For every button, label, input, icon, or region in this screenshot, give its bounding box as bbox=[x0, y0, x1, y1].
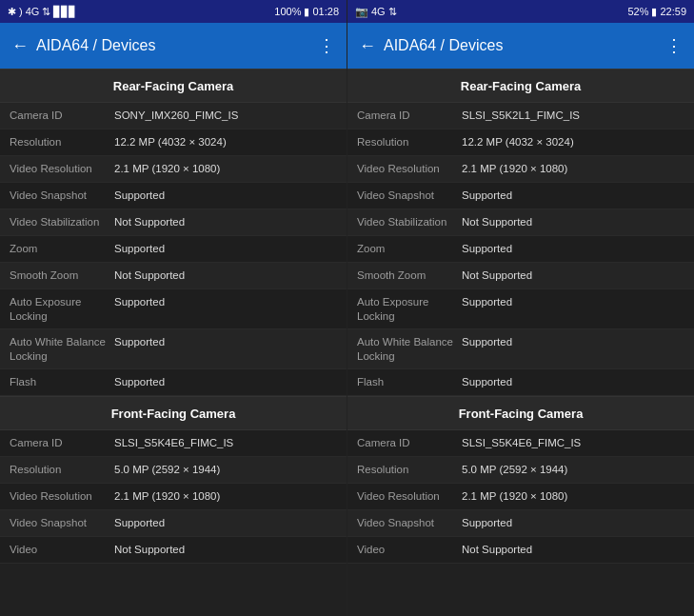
table-row: Video Resolution2.1 MP (1920 × 1080) bbox=[0, 156, 347, 183]
table-row: Video SnapshotSupported bbox=[0, 183, 347, 209]
data-arrows: ⇅ bbox=[42, 6, 50, 18]
status-bar-left: 📷 4G ⇅ bbox=[355, 6, 397, 18]
table-row: Resolution5.0 MP (2592 × 1944) bbox=[0, 457, 347, 484]
table-row: Video Resolution2.1 MP (1920 × 1080) bbox=[347, 156, 694, 183]
phone-left: ✱ ) 4G ⇅ ▊▊▊100% ▮ 01:28 ← AIDA64 / Devi… bbox=[0, 0, 347, 616]
time: 01:28 bbox=[312, 6, 339, 17]
table-row: Camera IDSONY_IMX260_FIMC_IS bbox=[0, 103, 347, 129]
row-value: SLSI_S5K2L1_FIMC_IS bbox=[462, 108, 684, 123]
row-value: Supported bbox=[114, 294, 337, 309]
back-button[interactable]: ← bbox=[11, 36, 29, 56]
row-label: Zoom bbox=[357, 241, 462, 256]
row-label: Video Resolution bbox=[357, 161, 462, 176]
row-label: Resolution bbox=[357, 462, 462, 477]
row-value: Supported bbox=[114, 374, 337, 389]
headset-icon: ) bbox=[19, 6, 23, 17]
row-value: Supported bbox=[462, 515, 684, 530]
row-value: Supported bbox=[462, 188, 684, 203]
table-row: Video StabilizationNot Supported bbox=[0, 209, 347, 236]
back-button[interactable]: ← bbox=[359, 36, 376, 56]
row-value: 2.1 MP (1920 × 1080) bbox=[462, 488, 684, 504]
table-row: Camera IDSLSI_S5K4E6_FIMC_IS bbox=[347, 430, 694, 457]
row-label: Resolution bbox=[10, 134, 114, 149]
signal-icon: ▊▊▊ bbox=[53, 6, 76, 18]
table-row: Video SnapshotSupported bbox=[347, 510, 694, 537]
row-label: Resolution bbox=[357, 134, 462, 149]
status-bar-left: ✱ ) 4G ⇅ ▊▊▊ bbox=[8, 6, 76, 18]
table-row: Smooth ZoomNot Supported bbox=[347, 263, 694, 289]
row-label: Video Resolution bbox=[10, 488, 114, 504]
row-label: Smooth Zoom bbox=[10, 268, 114, 283]
row-label: Video Stabilization bbox=[357, 214, 462, 229]
table-row: Video Resolution2.1 MP (1920 × 1080) bbox=[0, 484, 347, 510]
row-label: Auto Exposure Locking bbox=[357, 294, 462, 324]
app-bar-title: AIDA64 / Devices bbox=[384, 37, 658, 54]
table-row: VideoNot Supported bbox=[347, 537, 694, 564]
row-value: 12.2 MP (4032 × 3024) bbox=[114, 134, 337, 149]
row-value: Supported bbox=[462, 241, 684, 256]
row-value: 12.2 MP (4032 × 3024) bbox=[462, 134, 684, 149]
menu-button[interactable]: ⋮ bbox=[665, 35, 683, 56]
row-label: Video Snapshot bbox=[10, 515, 114, 530]
row-value: Not Supported bbox=[462, 542, 684, 557]
row-value: SLSI_S5K4E6_FIMC_IS bbox=[462, 435, 684, 450]
row-value: Supported bbox=[462, 374, 684, 389]
row-label: Video Stabilization bbox=[10, 214, 114, 229]
row-label: Auto White Balance Locking bbox=[10, 334, 114, 364]
row-label: Video Snapshot bbox=[357, 188, 462, 203]
table-row: Resolution5.0 MP (2592 × 1944) bbox=[347, 457, 694, 484]
row-label: Smooth Zoom bbox=[357, 268, 462, 283]
row-value: 5.0 MP (2592 × 1944) bbox=[462, 462, 684, 477]
table-row: Camera IDSLSI_S5K2L1_FIMC_IS bbox=[347, 103, 694, 129]
table-row: Auto White Balance LockingSupported bbox=[347, 329, 694, 369]
row-value: 2.1 MP (1920 × 1080) bbox=[114, 488, 337, 504]
row-label: Video bbox=[10, 542, 114, 557]
app-bar: ← AIDA64 / Devices ⋮ bbox=[0, 23, 347, 69]
row-label: Flash bbox=[357, 374, 462, 389]
status-bar-right: 100% ▮ 01:28 bbox=[274, 6, 339, 18]
section-header-front-camera-right: Front-Facing Camera bbox=[347, 396, 694, 430]
row-value: 5.0 MP (2592 × 1944) bbox=[114, 462, 337, 477]
row-value: Supported bbox=[462, 294, 684, 309]
table-row: Auto White Balance LockingSupported bbox=[0, 329, 347, 369]
status-bar: ✱ ) 4G ⇅ ▊▊▊100% ▮ 01:28 bbox=[0, 0, 347, 23]
data-arrows: ⇅ bbox=[388, 6, 397, 18]
row-value: Not Supported bbox=[114, 268, 337, 283]
table-row: Video SnapshotSupported bbox=[0, 510, 347, 537]
table-row: Video StabilizationNot Supported bbox=[347, 209, 694, 236]
battery-icon: ▮ bbox=[304, 6, 309, 18]
row-label: Video Snapshot bbox=[357, 515, 462, 530]
section-header-rear-camera-left: Rear-Facing Camera bbox=[0, 69, 347, 103]
bluetooth-icon: ✱ bbox=[8, 6, 16, 18]
section-title: Front-Facing Camera bbox=[111, 407, 236, 421]
row-value: Supported bbox=[114, 334, 337, 349]
camera-icon: 📷 bbox=[355, 6, 368, 18]
battery-icon: ▮ bbox=[651, 6, 657, 18]
row-label: Camera ID bbox=[10, 435, 114, 450]
menu-button[interactable]: ⋮ bbox=[318, 35, 335, 56]
row-value: Not Supported bbox=[114, 214, 337, 229]
row-value: Supported bbox=[462, 334, 684, 349]
content-area: Rear-Facing CameraCamera IDSLSI_S5K2L1_F… bbox=[347, 69, 694, 616]
table-row: Auto Exposure LockingSupported bbox=[0, 289, 347, 329]
row-label: Video Resolution bbox=[357, 488, 462, 504]
row-label: Flash bbox=[10, 374, 114, 389]
section-title: Front-Facing Camera bbox=[459, 407, 584, 421]
content-area: Rear-Facing CameraCamera IDSONY_IMX260_F… bbox=[0, 69, 347, 616]
row-value: Not Supported bbox=[114, 542, 337, 557]
section-header-front-camera-left: Front-Facing Camera bbox=[0, 396, 347, 430]
row-label: Zoom bbox=[10, 241, 114, 256]
row-value: 2.1 MP (1920 × 1080) bbox=[462, 161, 684, 176]
app-bar-title: AIDA64 / Devices bbox=[36, 37, 310, 54]
row-value: Supported bbox=[114, 515, 337, 530]
table-row: FlashSupported bbox=[347, 369, 694, 396]
section-title: Rear-Facing Camera bbox=[461, 79, 581, 93]
phones-container: ✱ ) 4G ⇅ ▊▊▊100% ▮ 01:28 ← AIDA64 / Devi… bbox=[0, 0, 694, 616]
row-value: Not Supported bbox=[462, 214, 684, 229]
section-header-rear-camera-right: Rear-Facing Camera bbox=[347, 69, 694, 103]
table-row: FlashSupported bbox=[0, 369, 347, 396]
battery-percent: 100% bbox=[274, 6, 301, 17]
table-row: ZoomSupported bbox=[0, 236, 347, 263]
row-label: Auto White Balance Locking bbox=[357, 334, 462, 364]
row-label: Camera ID bbox=[10, 108, 114, 123]
